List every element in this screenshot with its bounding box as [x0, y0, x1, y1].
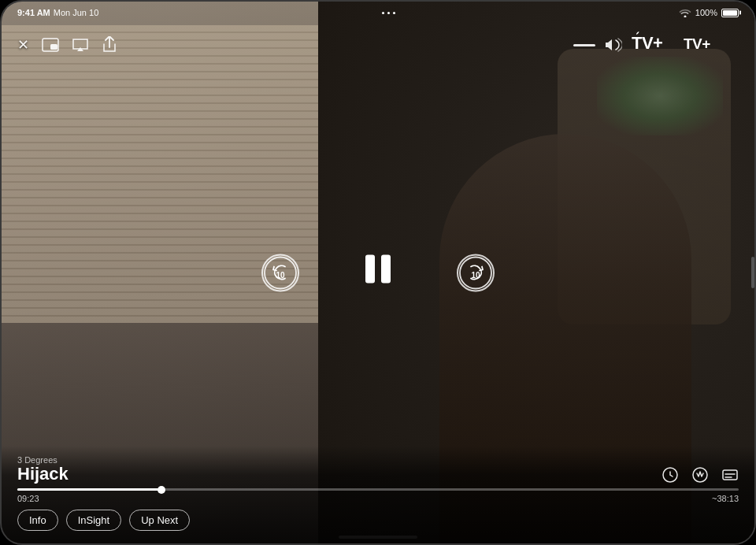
time-remaining: ~38:13 [712, 494, 739, 503]
insight-button[interactable]: InSight [66, 510, 121, 531]
status-date: Mon Jun 10 [54, 8, 98, 17]
progress-thumb [158, 486, 165, 494]
pause-button[interactable] [362, 252, 394, 294]
svg-text:10: 10 [471, 270, 480, 279]
svg-rect-6 [365, 255, 375, 284]
appletv-text: TV+ [684, 39, 739, 57]
wifi-icon [679, 8, 691, 17]
time-current: 09:23 [17, 494, 39, 503]
svg-text:TV+: TV+ [684, 35, 710, 52]
battery-fill [723, 10, 737, 16]
battery-text: 100% [695, 8, 717, 17]
progress-track [17, 488, 739, 491]
info-button[interactable]: Info [17, 510, 58, 531]
ipad-frame: 9:41 AM Mon Jun 10 100% ✕ [0, 0, 756, 545]
bottom-right-icons [662, 466, 739, 484]
show-title: Hijack [17, 465, 662, 484]
volume-line [573, 44, 595, 46]
battery-icon [721, 9, 739, 17]
svg-rect-12 [723, 470, 737, 480]
svg-text:10: 10 [276, 270, 285, 279]
airplay-button[interactable] [72, 38, 89, 52]
time-row: 09:23 ~38:13 [17, 494, 739, 503]
share-button[interactable] [102, 36, 117, 54]
status-right: 100% [679, 8, 739, 17]
status-bar: 9:41 AM Mon Jun 10 100% [2, 2, 754, 24]
progress-container[interactable] [17, 488, 739, 491]
top-right-controls: TV+ TV+ [573, 32, 739, 58]
status-time: 9:41 AM [17, 8, 50, 17]
svg-rect-7 [381, 255, 391, 284]
audio-tracks-icon[interactable] [691, 466, 709, 484]
top-left-controls: ✕ [17, 36, 117, 54]
svg-rect-1 [50, 44, 57, 50]
up-next-button[interactable]: Up Next [129, 510, 190, 531]
svg-point-11 [693, 468, 707, 482]
bottom-left: 3 Degrees Hijack [17, 455, 662, 484]
forward-10-button[interactable]: 10 [457, 254, 495, 291]
close-button[interactable]: ✕ [17, 36, 29, 54]
bottom-buttons: Info InSight Up Next [17, 510, 739, 531]
status-dot-1 [382, 12, 384, 14]
status-dot-2 [387, 12, 390, 14]
status-dot-3 [393, 12, 395, 14]
bottom-info-row: 3 Degrees Hijack [17, 455, 739, 484]
appletv-logo: TV+ TV+ [632, 32, 739, 58]
rewind-10-button[interactable]: 10 [261, 254, 299, 291]
side-handle [751, 257, 754, 288]
picture-in-picture-button[interactable] [42, 38, 59, 52]
progress-fill [17, 488, 161, 491]
status-center [382, 12, 395, 14]
episode-label: 3 Degrees [17, 455, 662, 465]
subtitles-icon[interactable] [721, 466, 739, 484]
top-controls: ✕ [2, 25, 754, 65]
window-glow [597, 57, 723, 135]
center-controls: 10 10 [261, 252, 495, 294]
playback-speed-icon[interactable] [662, 466, 679, 484]
bottom-overlay: 3 Degrees Hijack [2, 446, 754, 543]
volume-icon[interactable] [605, 38, 622, 52]
